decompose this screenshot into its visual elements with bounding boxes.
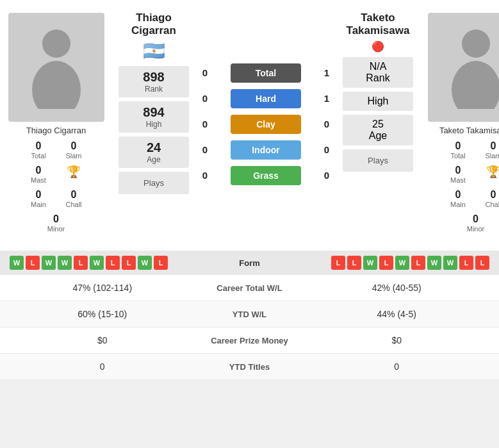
form-badge-right: W [427,256,441,270]
player2-chall-value: 0 [491,189,496,201]
player2-mast-cell: 0 Mast [441,162,476,187]
stats-value-left: 47% (102-114) [13,283,192,293]
player1-slam-label: Slam [65,152,81,160]
player1-trophy-cell: 🏆 [56,162,92,187]
grass-score-right: 0 [317,170,336,181]
player2-age-label: Age [345,130,411,142]
stats-value-right: $0 [307,335,487,345]
player2-info: Taketo Takamisawa 🔴 N/A Rank High 25 Age… [336,6,420,242]
total-score-left: 0 [195,67,215,78]
surface-hard-row: 0 Hard 1 [195,89,336,108]
player2-flag: 🔴 [372,40,384,53]
player1-plays-block: Plays [119,172,189,194]
stats-row: 47% (102-114)Career Total W/L42% (40-55) [0,275,499,301]
stats-value-left: 60% (15-10) [13,309,192,319]
player1-avatar [8,13,104,122]
player2-slam-value: 0 [491,140,496,152]
stats-row: 0YTD Titles0 [0,354,499,380]
player1-name-label: Thiago Cigarran [26,126,86,135]
hard-score-left: 0 [195,93,215,104]
form-badge-right: W [443,256,457,270]
form-badge-right: L [411,256,425,270]
player1-age-block: 24 Age [119,137,189,168]
hard-button[interactable]: Hard [231,89,301,108]
player1-rank-block: 898 Rank [119,66,189,97]
player2-trophy-icon: 🏆 [486,165,499,179]
form-badges-left: WLWWLWLLWL [10,256,224,270]
form-badge-left: L [122,256,136,270]
player2-rank-block: N/A Rank [343,57,413,88]
indoor-score-right: 0 [317,144,336,155]
player2-name-center: Taketo Takamisawa [347,12,410,38]
player1-mast-label: Mast [31,176,46,184]
player2-plays-block: Plays [343,149,413,172]
form-badge-left: W [90,256,104,270]
player2-slam-label: Slam [485,152,499,160]
grass-score-left: 0 [195,170,215,181]
player1-flag: 🇦🇷 [143,40,165,62]
stats-center-label: Career Total W/L [192,283,307,293]
form-badge-left: L [106,256,120,270]
clay-score-right: 0 [317,119,336,129]
player2-minor-label: Minor [467,225,485,233]
player1-minor-cell: 0 Minor [38,211,74,235]
form-badge-right: L [459,256,473,270]
form-badge-left: W [42,256,56,270]
form-badge-left: W [58,256,72,270]
player2-age-value: 25 [345,119,411,130]
stats-row: $0Career Prize Money$0 [0,328,499,354]
stats-center-label: YTD Titles [192,362,307,372]
total-button[interactable]: Total [231,63,301,83]
clay-button[interactable]: Clay [231,115,301,134]
form-badge-right: W [363,256,377,270]
player1-chall-cell: 0 Chall [56,187,92,211]
main-container: Thiago Cigarran 0 Total 0 Slam 0 Mast 🏆 [0,0,499,380]
player2-main-label: Main [450,201,466,208]
grass-button[interactable]: Grass [231,166,301,185]
hard-score-right: 1 [317,93,336,104]
player1-slam-cell: 0 Slam [56,138,92,162]
player2-chall-label: Chall [485,201,499,208]
form-badge-left: L [74,256,88,270]
player2-chall-cell: 0 Chall [476,187,500,211]
player2-minor-value: 0 [473,213,479,225]
player1-main-cell: 0 Main [21,187,56,211]
player2-main-value: 0 [455,189,461,201]
player1-total-value: 0 [36,140,42,152]
svg-point-3 [452,61,500,109]
surface-indoor-row: 0 Indoor 0 [195,140,336,160]
player1-high-block: 894 High [119,101,189,133]
player1-info: Thiago Cigarran 🇦🇷 898 Rank 894 High 24 … [112,6,195,242]
player2-trophy-cell: 🏆 [476,162,500,187]
player2-total-cell: 0 Total [441,138,476,162]
surface-clay-row: 0 Clay 0 [195,115,336,134]
player2-mast-value: 0 [455,165,461,176]
svg-point-1 [32,61,81,109]
surface-grass-row: 0 Grass 0 [195,166,336,185]
career-stats-section: 47% (102-114)Career Total W/L42% (40-55)… [0,275,499,380]
surface-total-row: 0 Total 1 [195,63,336,83]
player2-rank-label: Rank [345,72,411,84]
form-badge-right: L [331,256,345,270]
form-badge-right: W [395,256,409,270]
form-badge-right: L [379,256,393,270]
player1-main-value: 0 [36,189,42,201]
player1-high-label: High [121,120,186,129]
player2-total-label: Total [450,152,465,160]
player2-age-block: 25 Age [343,115,413,145]
form-badge-left: L [26,256,40,270]
stats-value-right: 0 [307,361,487,372]
player1-age-label: Age [121,155,186,164]
player1-total-cell: 0 Total [21,138,56,162]
indoor-button[interactable]: Indoor [231,140,301,160]
player2-rank-value: N/A [345,61,411,72]
form-badge-left: W [10,256,24,270]
player1-name-center: Thiago Cigarran [131,12,176,38]
player2-avatar [428,13,500,122]
player1-minor-label: Minor [47,225,65,233]
player1-photo-section: Thiago Cigarran 0 Total 0 Slam 0 Mast 🏆 [0,6,112,242]
player2-minor-cell: 0 Minor [458,211,493,235]
player2-high-block: High [343,92,413,111]
clay-score-left: 0 [195,119,215,129]
player1-minor-value: 0 [53,213,59,225]
